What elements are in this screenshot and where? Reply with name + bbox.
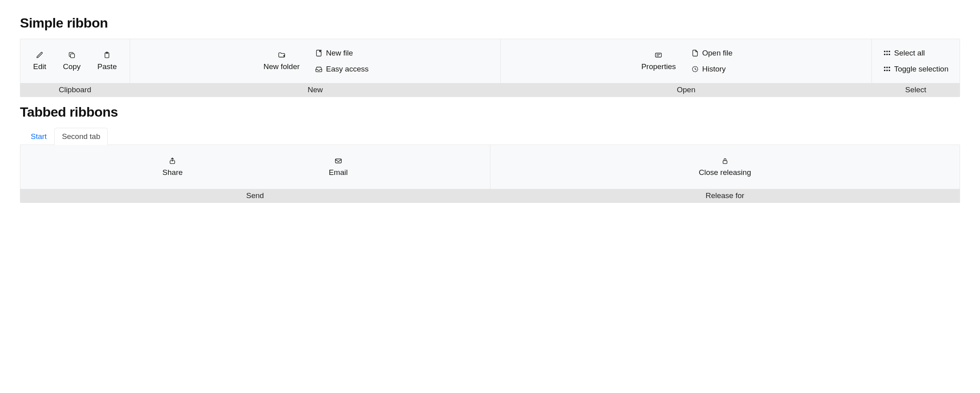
copy-button[interactable]: Copy: [56, 48, 88, 74]
lock-icon: [721, 157, 729, 165]
group-label-open: Open: [501, 83, 871, 97]
edit-button[interactable]: Edit: [26, 48, 53, 74]
pencil-icon: [36, 51, 43, 59]
paste-button[interactable]: Paste: [90, 48, 124, 74]
history-button[interactable]: History: [686, 62, 738, 76]
open-file-label: Open file: [702, 49, 733, 58]
grid-icon: [883, 49, 891, 57]
paste-label: Paste: [97, 62, 117, 71]
copy-icon: [68, 51, 76, 59]
copy-label: Copy: [63, 62, 81, 71]
group-label-send: Send: [20, 189, 490, 202]
svg-rect-13: [889, 67, 890, 68]
toggle-selection-label: Toggle selection: [894, 65, 948, 73]
clipboard-icon: [103, 51, 111, 59]
easy-access-label: Easy access: [326, 65, 369, 73]
email-label: Email: [329, 168, 348, 177]
select-all-button[interactable]: Select all: [877, 46, 954, 60]
history-label: History: [702, 65, 726, 73]
close-releasing-label: Close releasing: [699, 168, 751, 177]
new-file-button[interactable]: New file: [309, 46, 374, 60]
new-file-label: New file: [326, 49, 353, 58]
heading-tabbed-ribbons: Tabbed ribbons: [20, 104, 960, 120]
svg-rect-9: [886, 54, 887, 55]
group-select: Select all Toggle selection Select: [872, 39, 960, 97]
properties-label: Properties: [641, 62, 676, 71]
share-label: Share: [162, 168, 183, 177]
svg-rect-18: [335, 159, 341, 163]
svg-rect-14: [884, 70, 885, 71]
svg-rect-3: [656, 53, 662, 57]
easy-access-button[interactable]: Easy access: [309, 62, 374, 76]
select-all-label: Select all: [894, 49, 925, 58]
toggle-selection-button[interactable]: Toggle selection: [877, 62, 954, 76]
svg-rect-10: [889, 54, 890, 55]
svg-rect-0: [71, 54, 75, 58]
svg-rect-19: [723, 161, 727, 164]
group-release: Close releasing Release for: [490, 145, 960, 202]
svg-rect-6: [886, 51, 887, 52]
share-icon: [168, 157, 176, 165]
close-releasing-button[interactable]: Close releasing: [692, 154, 758, 180]
inbox-icon: [315, 65, 323, 73]
group-open: Properties Open file History: [501, 39, 872, 97]
group-label-clipboard: Clipboard: [20, 83, 130, 97]
history-icon: [691, 65, 699, 73]
group-label-select: Select: [872, 83, 960, 97]
properties-icon: [654, 51, 662, 59]
properties-button[interactable]: Properties: [634, 48, 683, 74]
svg-rect-16: [889, 70, 890, 71]
svg-rect-8: [884, 54, 885, 55]
folder-plus-icon: [278, 51, 286, 59]
simple-ribbon: Edit Copy Paste Clipboard: [20, 39, 960, 97]
file-icon: [691, 49, 699, 57]
group-label-new: New: [130, 83, 501, 97]
svg-rect-7: [889, 51, 890, 52]
heading-simple-ribbon: Simple ribbon: [20, 15, 960, 31]
group-new: New folder New file Easy access: [130, 39, 501, 97]
open-file-button[interactable]: Open file: [686, 46, 738, 60]
share-button[interactable]: Share: [155, 154, 190, 180]
new-folder-button[interactable]: New folder: [256, 48, 307, 74]
svg-rect-15: [886, 70, 887, 71]
svg-rect-12: [886, 67, 887, 68]
tabbar: Start Second tab: [20, 128, 960, 145]
group-clipboard: Edit Copy Paste Clipboard: [20, 39, 130, 97]
edit-label: Edit: [33, 62, 46, 71]
grid-icon: [883, 65, 891, 73]
file-plus-icon: [315, 49, 323, 57]
svg-rect-11: [884, 67, 885, 68]
tab-start[interactable]: Start: [23, 128, 54, 145]
tabbed-ribbon: Share Email Send: [20, 145, 960, 203]
new-folder-label: New folder: [263, 62, 300, 71]
mail-icon: [334, 157, 342, 165]
svg-rect-5: [884, 51, 885, 52]
group-label-release: Release for: [490, 189, 960, 202]
group-send: Share Email Send: [20, 145, 490, 202]
email-button[interactable]: Email: [322, 154, 355, 180]
tab-second[interactable]: Second tab: [54, 128, 108, 145]
